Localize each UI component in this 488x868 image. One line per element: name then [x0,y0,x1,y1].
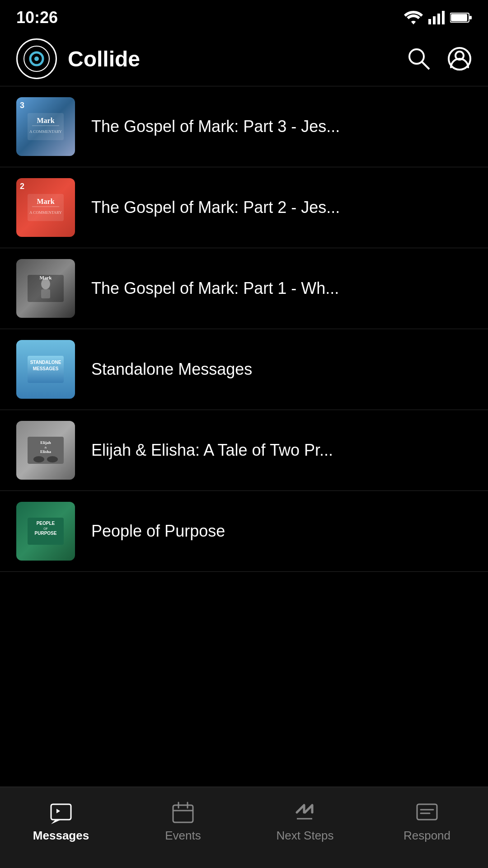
nav-label-respond: Respond [404,829,450,843]
series-list: 3 Mark A COMMENTARY The Gospel of Mark: … [0,86,488,572]
svg-text:Mark: Mark [37,198,54,205]
profile-icon [447,47,472,71]
series-list-container: 3 Mark A COMMENTARY The Gospel of Mark: … [0,86,488,787]
svg-text:Mark: Mark [37,117,54,124]
events-icon-svg [171,801,195,824]
nav-item-messages[interactable]: Messages [0,796,122,847]
mark2-art: Mark A COMMENTARY [28,194,64,221]
svg-text:Elisha: Elisha [40,449,52,454]
svg-rect-47 [417,804,437,820]
list-item[interactable]: 2 Mark A COMMENTARY The Gospel of Mark: … [0,167,488,248]
list-item[interactable]: Mark The Gospel of Mark: Part 1 - Wh... [0,248,488,329]
mark1-art: Mark [28,275,64,302]
series-thumbnail: STANDALONE MESSAGES [16,340,75,399]
battery-icon [450,12,472,24]
svg-rect-42 [173,805,193,822]
nav-item-events[interactable]: Events [122,796,244,847]
svg-rect-3 [442,11,445,24]
bottom-nav: Messages Events Next Steps [0,787,488,868]
respond-icon [415,801,439,824]
messages-icon [49,801,73,824]
svg-text:Mark: Mark [40,275,52,280]
status-bar: 10:26 [0,0,488,32]
nextsteps-icon-svg [293,801,317,824]
series-thumbnail: 2 Mark A COMMENTARY [16,178,75,237]
svg-text:&: & [44,446,47,449]
series-thumbnail: Mark [16,259,75,318]
svg-text:MESSAGES: MESSAGES [33,366,59,371]
svg-text:Elijah: Elijah [40,440,51,445]
header-actions [407,47,472,71]
series-thumbnail: PEOPLE OF PURPOSE [16,502,75,561]
app-header: Collide [0,32,488,86]
wifi-icon [404,11,423,24]
list-item[interactable]: PEOPLE OF PURPOSE People of Purpose [0,491,488,572]
series-item-title: Standalone Messages [91,359,252,380]
svg-text:STANDALONE: STANDALONE [30,360,61,365]
list-item[interactable]: STANDALONE MESSAGES Standalone Messages [0,329,488,410]
nav-item-nextsteps[interactable]: Next Steps [244,796,366,847]
svg-rect-6 [469,16,472,19]
nav-item-respond[interactable]: Respond [366,796,488,847]
svg-text:A COMMENTARY: A COMMENTARY [29,210,62,215]
series-thumbnail: Elijah & Elisha [16,421,75,480]
signal-icon [428,11,445,24]
header-left: Collide [16,38,140,79]
svg-rect-1 [433,16,436,24]
svg-point-9 [34,57,39,61]
svg-rect-0 [428,19,431,24]
svg-text:OF: OF [43,527,48,530]
nav-label-events: Events [165,829,201,843]
svg-point-10 [409,49,424,64]
mark3-art: Mark A COMMENTARY [28,113,64,140]
series-item-title: Elijah & Elisha: A Tale of Two Pr... [91,440,333,461]
people-art: PEOPLE OF PURPOSE [28,518,64,545]
nav-label-nextsteps: Next Steps [276,829,333,843]
svg-rect-5 [451,14,467,21]
profile-button[interactable] [447,47,472,71]
svg-text:PURPOSE: PURPOSE [35,531,57,536]
respond-icon-svg [415,801,439,824]
svg-text:PEOPLE: PEOPLE [37,521,55,526]
svg-marker-41 [56,809,60,813]
svg-text:A COMMENTARY: A COMMENTARY [29,129,62,134]
app-title: Collide [68,47,140,71]
svg-point-34 [47,456,58,462]
status-time: 10:26 [16,8,58,27]
search-icon [407,47,431,71]
series-item-title: The Gospel of Mark: Part 1 - Wh... [91,278,339,299]
svg-point-33 [33,456,44,462]
elijah-art: Elijah & Elisha [28,437,64,464]
series-item-title: The Gospel of Mark: Part 3 - Jes... [91,116,340,137]
app-logo [16,38,57,79]
search-button[interactable] [407,47,431,71]
series-item-title: The Gospel of Mark: Part 2 - Jes... [91,197,340,218]
list-item[interactable]: 3 Mark A COMMENTARY The Gospel of Mark: … [0,86,488,167]
standalone-art: STANDALONE MESSAGES [28,356,64,383]
logo-icon [23,45,50,72]
messages-icon-svg [49,801,73,824]
events-icon [171,801,195,824]
svg-rect-2 [437,14,440,24]
svg-line-11 [422,62,429,69]
svg-rect-39 [51,804,71,820]
series-item-title: People of Purpose [91,521,225,542]
nav-label-messages: Messages [33,829,89,843]
svg-rect-24 [41,289,50,298]
list-item[interactable]: Elijah & Elisha Elijah & Elisha: A Tale … [0,410,488,491]
series-thumbnail: 3 Mark A COMMENTARY [16,97,75,156]
nextsteps-icon [293,801,317,824]
status-icons [404,11,472,24]
svg-marker-40 [51,820,61,824]
